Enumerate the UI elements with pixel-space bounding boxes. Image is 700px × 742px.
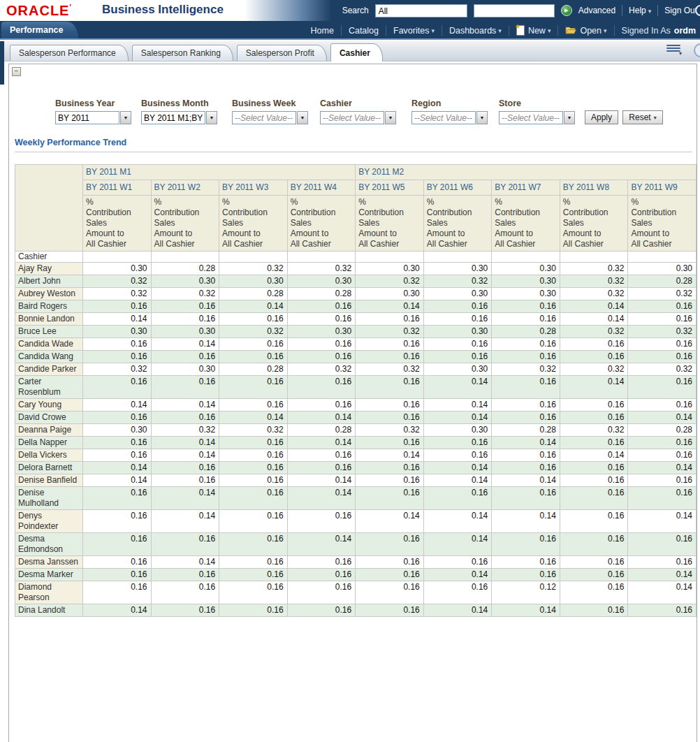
table-row: Candide Parker0.320.300.280.320.320.300.… (15, 363, 697, 376)
sub-tabs: Salesperson PerformanceSalesperson Ranki… (10, 43, 386, 61)
prompt-cashier-select[interactable]: --Select Value--▼ (320, 111, 396, 124)
value-cell: 0.16 (560, 556, 628, 569)
apply-button[interactable]: Apply (585, 110, 618, 124)
week-header-cell: BY 2011 W9 (628, 180, 697, 196)
prompt-region-select[interactable]: --Select Value--▼ (411, 111, 488, 124)
chevron-down-icon[interactable]: ▼ (564, 111, 575, 124)
value-cell: 0.16 (356, 462, 424, 474)
nav-item-label: Favorites (393, 26, 429, 36)
signed-in-status: Signed In Asordm (615, 26, 699, 36)
nav-item-new[interactable]: ★New▾ (509, 25, 558, 36)
value-cell: 0.16 (628, 474, 697, 487)
page-options-icon[interactable]: ▾ (666, 45, 680, 54)
value-cell: 0.16 (151, 412, 219, 424)
subtab-salesperson-profit[interactable]: Salesperson Profit (237, 45, 327, 61)
value-cell: 0.16 (219, 487, 288, 510)
value-cell: 0.16 (560, 338, 628, 351)
table-row: Albert John0.320.300.300.300.320.320.300… (15, 275, 697, 288)
value-cell: 0.14 (219, 300, 288, 313)
subtab-salesperson-performance[interactable]: Salesperson Performance (10, 45, 129, 61)
value-cell: 0.32 (560, 288, 628, 300)
dashboard-tab-performance[interactable]: Performance (1, 22, 78, 38)
value-cell: 0.16 (83, 351, 152, 363)
value-cell: 0.28 (628, 275, 697, 288)
subtab-salesperson-ranking[interactable]: Salesperson Ranking (132, 45, 233, 61)
value-cell: 0.30 (423, 263, 492, 275)
help-menu[interactable]: Help▾ (629, 6, 651, 15)
value-cell: 0.16 (423, 581, 492, 604)
cashier-name-cell: Albert John (15, 275, 83, 288)
product-title: Business Intelligence (102, 3, 224, 17)
subtab-cashier[interactable]: Cashier (330, 43, 383, 61)
value-cell: 0.16 (287, 376, 356, 399)
value-cell: 0.16 (151, 533, 219, 556)
value-cell: 0.14 (287, 474, 356, 487)
chevron-down-icon[interactable]: ▼ (297, 111, 308, 124)
value-cell: 0.32 (560, 263, 628, 275)
prompt-business-month-select[interactable]: BY 2011 M1;BY▼ (141, 111, 217, 124)
value-cell: 0.16 (287, 556, 356, 569)
table-row: Delora Barnett0.140.160.160.160.160.140.… (15, 462, 697, 474)
value-cell: 0.32 (628, 288, 697, 300)
collapse-section-button[interactable]: − (12, 67, 21, 76)
chevron-down-icon[interactable]: ▼ (206, 111, 217, 124)
nav-item-home[interactable]: Home (304, 26, 341, 36)
prompt-business-year-select[interactable]: BY 2011▼ (55, 111, 131, 124)
value-cell: 0.16 (83, 437, 152, 449)
divider (657, 5, 658, 16)
cashier-name-cell: Desma Marker (15, 569, 83, 581)
value-cell: 0.16 (423, 556, 492, 569)
sign-out-link[interactable]: Sign Out (664, 6, 697, 15)
value-cell: 0.14 (423, 462, 492, 474)
prompt-value: --Select Value-- (320, 111, 384, 124)
chevron-down-icon[interactable]: ▼ (120, 111, 131, 124)
value-cell: 0.16 (356, 338, 424, 351)
cashier-name-cell: Bruce Lee (15, 326, 83, 338)
value-cell: 0.14 (83, 313, 152, 326)
search-input[interactable] (474, 4, 555, 17)
table-row: David Crowe0.160.160.140.140.160.140.160… (15, 412, 697, 424)
value-cell: 0.32 (356, 424, 424, 437)
content-panel: − Business YearBY 2011▼Business MonthBY … (8, 64, 697, 742)
value-cell: 0.16 (356, 569, 424, 581)
nav-item-open[interactable]: Open▾ (558, 25, 613, 36)
value-cell: 0.14 (560, 449, 628, 462)
value-cell: 0.30 (151, 326, 219, 338)
value-cell: 0.32 (83, 288, 152, 300)
nav-item-catalog[interactable]: Catalog (342, 26, 386, 36)
chevron-down-icon[interactable]: ▼ (476, 111, 488, 124)
measure-header-cell: % Contribution Sales Amount to All Cashi… (492, 196, 560, 252)
reset-button[interactable]: Reset▾ (622, 110, 663, 124)
nav-item-favorites[interactable]: Favorites▾ (386, 26, 442, 36)
prompt-business-week-select[interactable]: --Select Value--▼ (232, 111, 308, 124)
value-cell: 0.16 (356, 313, 424, 326)
nav-item-dashboards[interactable]: Dashboards▾ (442, 26, 509, 36)
value-cell: 0.14 (83, 399, 152, 412)
table-row: Desma Marker0.160.160.160.160.160.140.16… (15, 569, 697, 581)
search-scope-select[interactable]: All ▼ (375, 4, 467, 17)
advanced-link[interactable]: Advanced (578, 6, 615, 15)
table-row: Della Vickers0.160.140.160.160.140.160.1… (15, 449, 697, 462)
measure-header-cell: % Contribution Sales Amount to All Cashi… (83, 196, 152, 252)
week-header-cell: BY 2011 W6 (423, 180, 492, 196)
prompt-business-month: Business MonthBY 2011 M1;BY▼ (141, 99, 232, 124)
value-cell: 0.16 (492, 487, 560, 510)
month-header-cell: BY 2011 M1 (83, 165, 356, 180)
search-go-button[interactable]: ▶ (561, 5, 572, 16)
value-cell: 0.16 (356, 412, 424, 424)
prompt-store-select[interactable]: --Select Value--▼ (499, 111, 575, 124)
value-cell: 0.16 (83, 487, 152, 510)
value-cell: 0.16 (560, 474, 628, 487)
value-cell: 0.32 (219, 424, 288, 437)
measure-header-cell: % Contribution Sales Amount to All Cashi… (628, 196, 697, 252)
measure-header-cell: % Contribution Sales Amount to All Cashi… (287, 196, 356, 252)
nav-item-label: Dashboards (449, 26, 496, 36)
value-cell: 0.14 (423, 399, 492, 412)
value-cell: 0.16 (151, 604, 219, 617)
chevron-down-icon[interactable]: ▼ (385, 111, 396, 124)
measure-header-cell: % Contribution Sales Amount to All Cashi… (423, 196, 492, 252)
value-cell: 0.14 (287, 533, 356, 556)
week-header-cell: BY 2011 W2 (151, 180, 219, 196)
value-cell: 0.30 (219, 275, 288, 288)
value-cell: 0.16 (219, 474, 288, 487)
